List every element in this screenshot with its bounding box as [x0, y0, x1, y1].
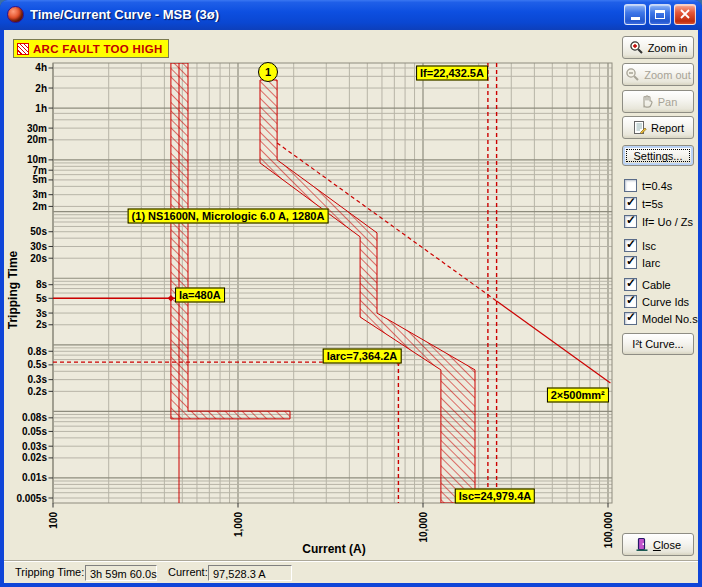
y-tick-label: 0.2s [28, 386, 48, 397]
i2t-curve-button[interactable]: I²t Curve... [622, 333, 694, 355]
y-tick-label: 30s [30, 241, 47, 252]
x-tick-label: 100,000 [603, 512, 614, 549]
y-tick-label: 2h [35, 83, 47, 94]
y-tick-label: 8s [36, 279, 48, 290]
hand-icon [639, 94, 654, 109]
close-label: Close [653, 539, 681, 551]
y-tick-label: 30m [27, 123, 47, 134]
i2t-curve-label: I²t Curve... [632, 338, 683, 350]
tripping-time-label: Tripping Time: [15, 566, 84, 578]
app-icon [7, 6, 24, 23]
y-tick-label: 0.5s [28, 359, 48, 370]
zoom-out-label: Zoom out [644, 69, 690, 81]
checkbox-label: Curve Ids [642, 296, 689, 308]
minimize-icon [631, 17, 640, 20]
y-tick-label: 5s [36, 293, 48, 304]
report-icon [632, 120, 647, 135]
checkbox-label: t=5s [642, 198, 663, 210]
hatch-warning-icon [17, 43, 29, 55]
checkbox-label: If= Uo / Zs [642, 216, 693, 228]
title-bar[interactable]: Time/Current Curve - MSB (3ø) [0, 0, 702, 30]
y-tick-label: 0.03s [22, 441, 47, 452]
y-tick-label: 2s [36, 319, 48, 330]
checkbox-box[interactable] [624, 278, 637, 291]
side-panel: Zoom in Zoom out Pan [622, 30, 694, 561]
close-icon [680, 9, 690, 19]
checkbox-box[interactable] [624, 295, 637, 308]
checkbox-curve-ids[interactable]: Curve Ids [624, 294, 689, 309]
y-tick-label: 0.08s [22, 412, 47, 423]
y-tick-label: 50s [30, 226, 47, 237]
zoom-out-button[interactable]: Zoom out [622, 63, 694, 86]
x-tick-label: 1,000 [233, 512, 244, 537]
x-axis-title: Current (A) [302, 542, 365, 556]
current-value: 97,528.3 A [208, 565, 292, 581]
zoom-in-button[interactable]: Zoom in [622, 36, 694, 59]
checkbox-box[interactable] [624, 215, 637, 228]
close-window-button[interactable] [674, 4, 696, 25]
pan-button[interactable]: Pan [622, 90, 694, 113]
y-tick-label: 5m [33, 174, 48, 185]
y-tick-label: 0.8s [28, 346, 48, 357]
checkbox-cable[interactable]: Cable [624, 277, 671, 292]
chart-plot: 4h2h1h30m20m10m7m5m3m2m50s30s20s8s5s3s2s… [4, 55, 620, 560]
checkbox-model-nos[interactable]: Model No.s [624, 311, 698, 326]
checkbox-label: Isc [642, 240, 656, 252]
zoom-in-label: Zoom in [648, 42, 688, 54]
checkbox-if-uo-zs[interactable]: If= Uo / Zs [624, 214, 693, 229]
status-bar: Tripping Time: 3h 59m 60.0s Current: 97,… [4, 561, 698, 583]
time-current-chart[interactable]: 4h2h1h30m20m10m7m5m3m2m50s30s20s8s5s3s2s… [4, 55, 620, 560]
checkbox-box[interactable] [624, 179, 637, 192]
dialog-body: ARC FAULT TOO HIGH 4h2h1h30m20m10m7m5m3m… [4, 30, 698, 583]
checkbox-label: Iarc [642, 257, 660, 269]
plot-background [53, 63, 612, 503]
pan-label: Pan [658, 96, 678, 108]
x-tick-label: 100 [48, 512, 59, 529]
magnifier-minus-icon [625, 67, 640, 82]
settings-label: Settings... [634, 150, 683, 162]
y-tick-label: 0.01s [22, 472, 47, 483]
arc-fault-warning-text: ARC FAULT TOO HIGH [33, 43, 163, 55]
y-tick-label: 4h [35, 62, 47, 73]
checkbox-label: t=0.4s [642, 180, 672, 192]
checkbox-t-0-4s[interactable]: t=0.4s [624, 178, 672, 193]
y-tick-label: 2m [33, 201, 48, 212]
report-label: Report [651, 122, 684, 134]
minimize-button[interactable] [624, 4, 646, 25]
maximize-icon [655, 10, 665, 19]
x-tick-label: 10,000 [418, 512, 429, 543]
y-axis-title: Tripping Time [6, 250, 20, 329]
checkbox-box[interactable] [624, 312, 637, 325]
y-tick-label: 20m [27, 134, 47, 145]
checkbox-iarc[interactable]: Iarc [624, 255, 660, 270]
window-title: Time/Current Curve - MSB (3ø) [30, 7, 624, 22]
app-window: Time/Current Curve - MSB (3ø) ARC FAULT … [0, 0, 702, 587]
y-tick-label: 20s [30, 253, 47, 264]
checkbox-box[interactable] [624, 256, 637, 269]
current-label: Current: [168, 566, 208, 578]
checkbox-box[interactable] [624, 239, 637, 252]
tripping-time-value: 3h 59m 60.0s [85, 565, 157, 581]
checkbox-t-5s[interactable]: t=5s [624, 196, 663, 211]
magnifier-plus-icon [629, 40, 644, 55]
y-tick-label: 3s [36, 308, 48, 319]
exit-door-icon [635, 537, 649, 552]
checkbox-label: Model No.s [642, 313, 698, 325]
y-tick-label: 3m [33, 189, 48, 200]
y-tick-label: 0.3s [28, 374, 48, 385]
checkbox-box[interactable] [624, 197, 637, 210]
settings-button[interactable]: Settings... [622, 145, 694, 166]
y-tick-label: 0.02s [22, 452, 47, 463]
checkbox-isc[interactable]: Isc [624, 238, 656, 253]
y-tick-label: 0.005s [16, 493, 47, 504]
maximize-button[interactable] [649, 4, 671, 25]
report-button[interactable]: Report [622, 116, 694, 139]
checkbox-label: Cable [642, 279, 671, 291]
y-tick-label: 0.05s [22, 426, 47, 437]
y-tick-label: 1h [35, 103, 47, 114]
close-button[interactable]: Close [622, 533, 694, 556]
